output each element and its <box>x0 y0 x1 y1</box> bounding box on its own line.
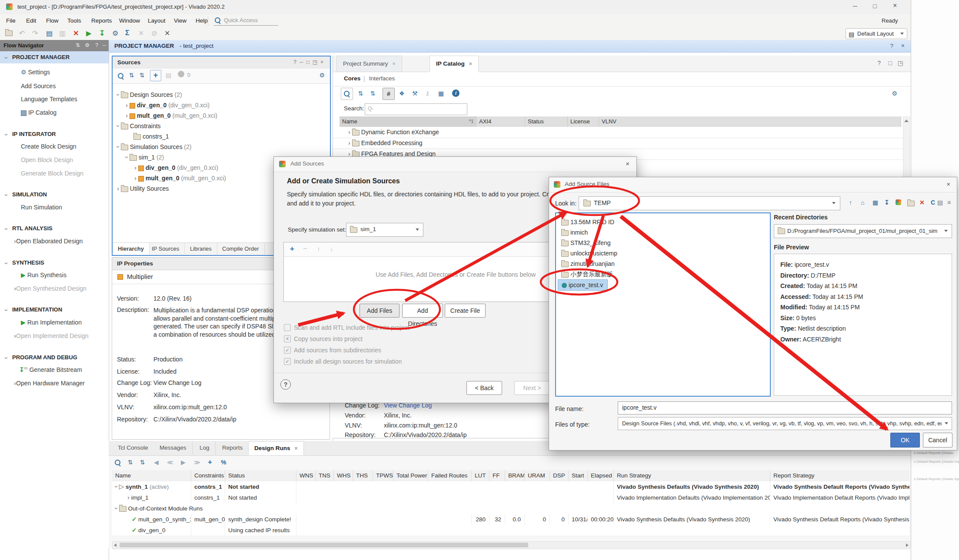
column-whs[interactable]: WHS <box>334 470 353 481</box>
column-axi4[interactable]: AXI4 <box>476 116 525 127</box>
list-item[interactable]: STM32_Xifeng <box>561 238 611 248</box>
search-button[interactable] <box>341 88 353 100</box>
desktop-icon[interactable]: ▦ <box>872 199 878 206</box>
tree-row[interactable]: › div_gen_0 (div_gen_0.xci) <box>126 100 210 110</box>
column-status[interactable]: Status <box>525 116 568 127</box>
recent-directories-dropdown[interactable]: D:/ProgramFiles/FPGA/mul_project_01/mul_… <box>774 224 952 238</box>
ip-category-row[interactable]: › Dynamic Function eXchange <box>333 127 911 138</box>
tree-row[interactable]: › div_gen_0 (div_gen_0.xci) <box>134 162 218 173</box>
move-up-icon[interactable]: ↑ <box>317 245 320 252</box>
expand-all-icon[interactable]: ⇅ <box>140 72 145 79</box>
files-of-type-dropdown[interactable]: Design Source Files (.vhd, vhdl, vhf, vh… <box>618 417 952 430</box>
tree-row[interactable]: › Design Sources (2) <box>117 89 182 100</box>
delete-icon[interactable]: ✕ <box>919 199 925 206</box>
column-report-strategy[interactable]: Report Strategy <box>770 470 909 481</box>
menu-file[interactable]: File <box>6 17 16 24</box>
dialog-title-bar[interactable]: Add Sources × <box>274 157 636 172</box>
column-dsp[interactable]: DSP <box>550 470 569 481</box>
checkbox-copy-sources[interactable]: × <box>284 335 291 342</box>
refresh-icon[interactable]: C <box>931 199 935 206</box>
list-item[interactable]: 小梦音乐最新版 <box>561 269 613 279</box>
cleanup-icon[interactable]: ✕ <box>164 29 170 37</box>
tree-row[interactable]: › sim_1 (2) <box>126 152 164 162</box>
sidebar-item-run-implementation[interactable]: ▶ Run Implementation <box>21 319 82 326</box>
gear-icon[interactable]: ⚙ <box>319 72 325 79</box>
checkbox-include-design-sources[interactable]: ✓ <box>284 358 291 365</box>
close-icon[interactable]: × <box>295 445 298 451</box>
sidebar-section-ip-integrator[interactable]: IP INTEGRATOR <box>12 131 56 137</box>
hide-incompatible-icon[interactable]: # <box>383 88 395 100</box>
vivado-shortcut-icon[interactable] <box>896 199 901 205</box>
horizontal-scrollbar[interactable] <box>112 541 910 549</box>
home-icon[interactable]: ⌂ <box>861 199 864 206</box>
sum-icon[interactable]: Σ <box>125 29 130 37</box>
collapse-all-icon[interactable]: ⇅ <box>129 72 134 79</box>
create-file-button[interactable]: Create File <box>445 304 486 318</box>
sidebar-item-ip-catalog[interactable]: IP Catalog <box>21 109 57 116</box>
cancel-button[interactable]: Cancel <box>923 433 952 447</box>
column-wns[interactable]: WNS <box>296 470 316 481</box>
menu-flow[interactable]: Flow <box>46 17 59 24</box>
column-failed-routes[interactable]: Failed Routes <box>428 470 472 481</box>
column-name[interactable]: Name <box>112 470 191 481</box>
ip-category-row[interactable]: › Embedded Processing <box>333 138 911 149</box>
settings-gear-icon[interactable]: ⚙ <box>112 29 118 37</box>
column-run-strategy[interactable]: Run Strategy <box>614 470 770 481</box>
menu-view[interactable]: View <box>174 17 186 24</box>
ip-search-input[interactable]: Q- <box>365 103 467 115</box>
grid-view-icon[interactable]: ▤ <box>937 199 943 206</box>
close-icon[interactable]: × <box>393 61 396 67</box>
subtab-cores[interactable]: Cores <box>344 75 360 82</box>
help-button[interactable]: ? <box>280 379 291 390</box>
tab-hierarchy[interactable]: Hierarchy <box>113 243 150 255</box>
group-by-icon[interactable]: ❖ <box>399 90 405 97</box>
info-icon[interactable]: i <box>452 89 460 97</box>
move-down-icon[interactable]: ↓ <box>330 245 333 252</box>
run-icon[interactable]: ▶ <box>86 29 91 37</box>
settings-icon[interactable]: ⚙ <box>85 42 90 48</box>
table-row[interactable]: › ▷ synth_1 (active) constrs_1 Not start… <box>112 481 909 493</box>
add-files-button[interactable]: Add Files <box>360 304 400 318</box>
scroll-left-icon[interactable] <box>114 543 117 547</box>
tab-libraries[interactable]: Libraries <box>185 243 217 255</box>
prev-run-icon[interactable]: ≪ <box>167 459 173 466</box>
tree-row[interactable]: › Utility Sources <box>117 183 169 194</box>
list-item[interactable]: 13.56M RFID ID <box>561 217 614 227</box>
table-row[interactable]: › impl_1 constrs_1 Not started Vivado Im… <box>112 492 909 504</box>
sidebar-section-rtl-analysis[interactable]: RTL ANALYSIS <box>12 225 53 232</box>
new-folder-icon[interactable] <box>907 199 915 206</box>
column-status[interactable]: Status <box>225 470 296 481</box>
tree-row[interactable]: › mult_gen_0 (mult_gen_0.xci) <box>134 173 226 183</box>
percent-icon[interactable]: % <box>221 459 226 466</box>
column-elapsed[interactable]: Elapsed <box>588 470 614 481</box>
tree-row[interactable]: constrs_1 <box>133 131 169 142</box>
open-project-icon[interactable] <box>5 30 13 36</box>
menu-window[interactable]: Window <box>119 17 140 24</box>
run-icon[interactable]: ▶ <box>181 459 186 466</box>
remove-icon[interactable]: − <box>303 245 307 253</box>
tree-row[interactable]: › Simulation Sources (2) <box>117 142 191 152</box>
search-icon[interactable] <box>118 73 123 79</box>
tab-project-summary[interactable]: Project Summary× <box>336 56 402 72</box>
properties-icon[interactable]: ▤ <box>166 72 171 79</box>
maximize-icon[interactable]: □ <box>306 59 312 65</box>
sidebar-item-generate-bitstream[interactable]: ↧01 Generate Bitstream <box>19 366 82 373</box>
close-icon[interactable]: × <box>320 59 326 65</box>
help-icon[interactable]: ? <box>890 43 893 49</box>
status-value[interactable]: Production <box>153 356 183 363</box>
file-name-input[interactable]: ipcore_test.v <box>618 401 952 414</box>
maximize-icon[interactable]: □ <box>889 60 892 66</box>
sidebar-item-add-sources[interactable]: Add Sources <box>21 83 56 89</box>
customize-ip-icon[interactable]: ⚒ <box>412 90 418 97</box>
redo-icon[interactable]: ↷ <box>32 29 38 37</box>
table-row[interactable]: › Out-of-Context Module Runs <box>112 503 909 514</box>
scroll-right-icon[interactable] <box>906 543 909 547</box>
sidebar-section-project-manager[interactable]: PROJECT MANAGER <box>12 54 70 60</box>
tab-ip-catalog[interactable]: IP Catalog× <box>430 56 479 72</box>
menu-reports[interactable]: Reports <box>91 17 112 24</box>
tab-design-runs[interactable]: Design Runs× <box>249 441 304 455</box>
help-icon[interactable]: ? <box>877 60 881 66</box>
tab-log[interactable]: Log <box>194 441 216 455</box>
tab-ip-sources[interactable]: IP Sources <box>147 243 185 255</box>
look-in-dropdown[interactable]: TEMP <box>579 196 840 210</box>
